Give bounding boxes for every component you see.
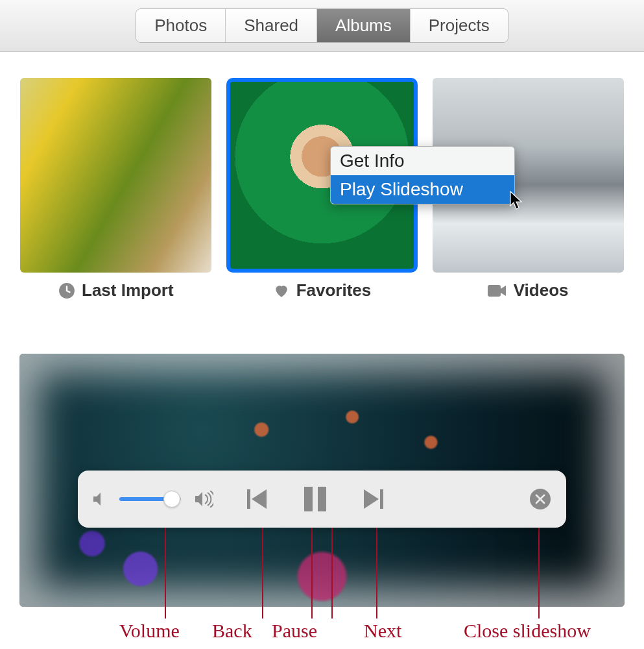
album-name: Favorites xyxy=(296,280,372,300)
cursor-icon xyxy=(510,191,527,210)
close-slideshow-button[interactable] xyxy=(530,489,551,509)
clock-icon xyxy=(58,282,75,299)
album-thumbnail xyxy=(20,78,211,273)
album-label: Videos xyxy=(433,280,624,300)
album-name: Last Import xyxy=(82,280,174,300)
album-name: Videos xyxy=(514,280,569,300)
next-button[interactable] xyxy=(361,488,383,510)
volume-slider-knob[interactable] xyxy=(163,491,180,508)
view-segmented-control: Photos Shared Albums Projects xyxy=(136,8,508,43)
context-menu: Get Info Play Slideshow xyxy=(330,146,515,204)
previous-button[interactable] xyxy=(247,488,269,510)
callout-next: Next xyxy=(364,620,401,642)
album-favorites[interactable]: Favorites Get Info Play Slideshow xyxy=(226,78,418,300)
tab-shared[interactable]: Shared xyxy=(226,9,317,42)
callout-pause: Pause xyxy=(272,620,317,642)
svg-rect-3 xyxy=(304,487,313,511)
callout-volume: Volume xyxy=(119,620,180,642)
tab-albums[interactable]: Albums xyxy=(317,9,411,42)
heart-icon xyxy=(273,282,290,299)
callout-close: Close slideshow xyxy=(464,620,591,642)
slideshow-controls xyxy=(78,471,566,528)
volume-high-icon xyxy=(195,491,213,508)
menu-item-get-info[interactable]: Get Info xyxy=(331,147,514,175)
callout-back: Back xyxy=(212,620,252,642)
svg-rect-5 xyxy=(380,489,383,509)
volume-low-icon xyxy=(93,492,105,506)
toolbar: Photos Shared Albums Projects xyxy=(0,0,644,52)
tab-photos[interactable]: Photos xyxy=(136,9,226,42)
tab-projects[interactable]: Projects xyxy=(411,9,508,42)
video-camera-icon xyxy=(488,284,507,298)
svg-rect-2 xyxy=(247,489,250,509)
svg-rect-1 xyxy=(488,285,501,297)
close-icon xyxy=(535,494,545,504)
album-label: Favorites xyxy=(226,280,418,300)
volume-slider[interactable] xyxy=(119,497,181,501)
album-last-import[interactable]: Last Import xyxy=(20,78,211,300)
albums-grid: Last Import Favorites Get Info Play Slid… xyxy=(0,52,644,313)
pause-button[interactable] xyxy=(302,485,329,513)
menu-item-play-slideshow[interactable]: Play Slideshow xyxy=(331,175,514,204)
svg-rect-4 xyxy=(318,487,326,511)
album-label: Last Import xyxy=(20,280,211,300)
